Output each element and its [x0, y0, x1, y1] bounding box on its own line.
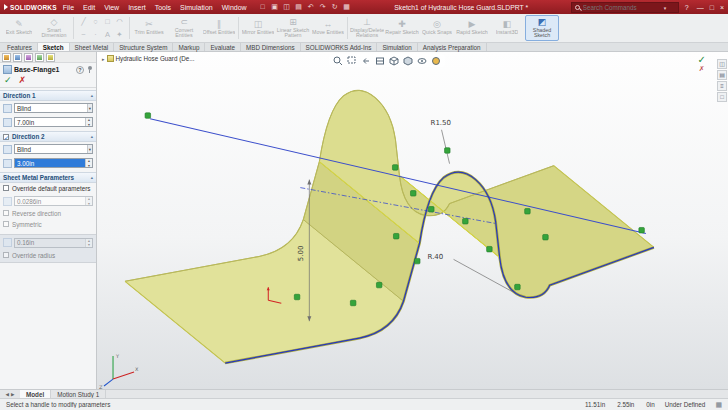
menu-insert[interactable]: Insert	[125, 4, 149, 11]
spinner[interactable]	[85, 159, 92, 167]
direction2-checkbox[interactable]	[3, 134, 9, 140]
bend-radius-field[interactable]: 0.16in	[14, 238, 93, 248]
direction1-depth-field[interactable]: 7.00in	[14, 117, 93, 127]
model-tab[interactable]: Model	[20, 390, 51, 398]
redo-icon[interactable]: ↷	[318, 3, 328, 11]
close-button[interactable]: ×	[720, 4, 724, 11]
thickness-field[interactable]: 0.0286in	[14, 196, 93, 206]
panel-help-icon[interactable]: ?	[76, 66, 84, 74]
direction1-header[interactable]: Direction 1	[0, 90, 96, 101]
cancel-sketch-button[interactable]: ✗	[699, 65, 705, 72]
ribbon-shaded-sketch-contours-button[interactable]: ◩Shaded Sketch Contours	[525, 15, 559, 41]
menu-tools[interactable]: Tools	[152, 4, 174, 11]
dimxpert-manager-tab-icon[interactable]	[35, 53, 44, 62]
save-icon[interactable]: ◫	[282, 3, 292, 11]
arc-tool-icon[interactable]: ◠	[114, 16, 125, 28]
height-dimension-text[interactable]: 5.00	[297, 246, 305, 262]
ribbon-linear-pattern-button[interactable]: ⊞Linear Sketch Pattern	[276, 15, 310, 41]
file-explorer-pane-icon[interactable]: ≡	[717, 81, 727, 91]
options-icon[interactable]: ▦	[342, 3, 352, 11]
tab-analysis-preparation[interactable]: Analysis Preparation	[418, 43, 487, 51]
ok-button[interactable]: ✓	[4, 76, 12, 85]
accept-sketch-button[interactable]: ✓	[698, 55, 706, 64]
ribbon-repair-sketch-button[interactable]: ✚Repair Sketch	[385, 15, 419, 41]
menu-window[interactable]: Window	[219, 4, 250, 11]
search-dropdown-icon[interactable]	[664, 4, 667, 11]
previous-view-icon[interactable]	[360, 55, 372, 66]
scroll-right-icon[interactable]	[11, 392, 14, 397]
open-document-icon[interactable]: ▣	[270, 3, 280, 11]
feature-manager-tree-tab-icon[interactable]	[2, 53, 11, 62]
display-manager-tab-icon[interactable]	[46, 53, 55, 62]
override-radius-checkbox[interactable]	[3, 252, 9, 258]
view-orientation-icon[interactable]	[388, 55, 400, 66]
large-radius-dimension-text[interactable]: R1.50	[431, 119, 451, 127]
menu-simulation[interactable]: Simulation	[177, 4, 216, 11]
direction2-end-condition-select[interactable]: Blind	[14, 144, 93, 154]
tab-features[interactable]: Features	[2, 43, 38, 51]
help-icon[interactable]: ?	[685, 4, 689, 11]
zoom-fit-icon[interactable]	[332, 55, 344, 66]
menu-view[interactable]: View	[101, 4, 122, 11]
sheet-metal-parameters-header[interactable]: Sheet Metal Parameters	[0, 172, 96, 183]
ribbon-offset-entities-button[interactable]: ∥Offset Entities	[202, 15, 236, 41]
configuration-manager-tab-icon[interactable]	[24, 53, 33, 62]
graphics-viewport[interactable]: 5.00 R1.50 R.40	[97, 52, 728, 389]
line-tool-icon[interactable]: ╱	[78, 16, 89, 28]
display-style-icon[interactable]	[402, 55, 414, 66]
command-search[interactable]	[571, 2, 679, 13]
reverse-direction-checkbox[interactable]	[3, 210, 9, 216]
edit-appearance-icon[interactable]	[430, 55, 442, 66]
tab-sketch[interactable]: Sketch	[38, 43, 70, 51]
direction2-header[interactable]: Direction 2	[0, 131, 96, 142]
direction2-depth-field[interactable]: 3.00in	[14, 158, 93, 168]
rectangle-tool-icon[interactable]: □	[102, 16, 113, 28]
small-radius-dimension-text[interactable]: R.40	[428, 253, 444, 261]
maximize-button[interactable]: □	[710, 4, 714, 11]
tab-evaluate[interactable]: Evaluate	[205, 43, 241, 51]
property-manager-tab-icon[interactable]	[13, 53, 22, 62]
search-input[interactable]	[583, 4, 661, 11]
override-defaults-checkbox[interactable]	[3, 185, 9, 191]
menu-file[interactable]: File	[60, 4, 77, 11]
ribbon-rapid-sketch-button[interactable]: ▶Rapid Sketch	[455, 15, 489, 41]
section-view-icon[interactable]	[374, 55, 386, 66]
tab-simulation[interactable]: Simulation	[377, 43, 417, 51]
ribbon-exit-sketch-button[interactable]: ✎Exit Sketch	[2, 15, 36, 41]
pin-icon[interactable]	[86, 66, 93, 73]
zoom-area-icon[interactable]	[346, 55, 358, 66]
tab-scroll-controls[interactable]	[0, 390, 20, 398]
hide-show-items-icon[interactable]	[416, 55, 428, 66]
print-icon[interactable]: ▤	[294, 3, 304, 11]
ribbon-quick-snaps-button[interactable]: ◎Quick Snaps	[420, 15, 454, 41]
text-tool-icon[interactable]: A	[102, 29, 113, 41]
direction1-end-condition-select[interactable]: Blind	[14, 103, 93, 113]
circle-tool-icon[interactable]: ○	[90, 16, 101, 28]
polygon-tool-icon[interactable]: ✦	[114, 29, 125, 41]
point-tool-icon[interactable]: ·	[90, 29, 101, 41]
ribbon-move-entities-button[interactable]: ↔Move Entities	[311, 15, 345, 41]
scroll-left-icon[interactable]	[6, 392, 9, 397]
tab-solidworks-add-ins[interactable]: SOLIDWORKS Add-Ins	[301, 43, 378, 51]
minimize-button[interactable]: —	[697, 4, 704, 11]
ribbon-instant3d-button[interactable]: ◧Instant3D	[490, 15, 524, 41]
spinner[interactable]	[85, 239, 92, 247]
feature-tree-flyout[interactable]: Hydraulic Hose Guard (De...	[102, 55, 195, 62]
tab-mbd-dimensions[interactable]: MBD Dimensions	[241, 43, 301, 51]
tree-expand-icon[interactable]	[102, 55, 105, 62]
spinner[interactable]	[85, 197, 92, 205]
design-library-pane-icon[interactable]: ▤	[717, 70, 727, 80]
tab-sheet-metal[interactable]: Sheet Metal	[70, 43, 115, 51]
ribbon-smart-dimension-button[interactable]: ◇Smart Dimension	[37, 15, 71, 41]
ribbon-trim-entities-button[interactable]: ✂Trim Entities	[132, 15, 166, 41]
ribbon-convert-entities-button[interactable]: ⊂Convert Entities	[167, 15, 201, 41]
undo-icon[interactable]: ↶	[306, 3, 316, 11]
symmetric-checkbox[interactable]	[3, 221, 9, 227]
cancel-button[interactable]: ✗	[19, 76, 27, 85]
resources-pane-icon[interactable]: ◫	[717, 59, 727, 69]
menu-edit[interactable]: Edit	[80, 4, 98, 11]
status-pane-icon[interactable]: ▦	[715, 401, 722, 409]
tab-markup[interactable]: Markup	[173, 43, 205, 51]
motion-study-tab[interactable]: Motion Study 1	[51, 390, 106, 398]
ribbon-display-delete-relations-button[interactable]: ⊥Display/Delete Relations	[350, 15, 384, 41]
